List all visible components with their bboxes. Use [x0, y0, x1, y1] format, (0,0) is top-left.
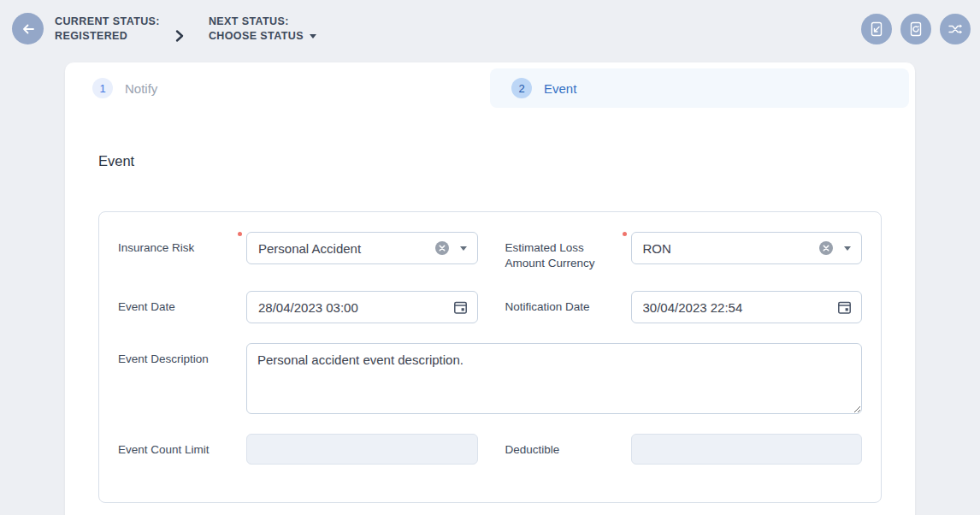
event-form: Insurance Risk Personal Accident Estimat…	[98, 211, 882, 503]
step-event-number: 2	[511, 78, 532, 98]
insurance-risk-select[interactable]: Personal Accident	[246, 232, 478, 264]
step-event-label: Event	[544, 81, 576, 96]
page-title: Event	[98, 153, 915, 169]
step-notify-label: Notify	[125, 81, 157, 96]
step-notify[interactable]: 1 Notify	[71, 68, 490, 108]
select-caret-icon	[460, 246, 467, 251]
estimated-loss-currency-label: Estimated Loss Amount Currency	[478, 232, 631, 271]
back-button[interactable]	[12, 13, 44, 44]
stepper: 1 Notify 2 Event	[65, 62, 915, 114]
notification-date-input[interactable]	[643, 300, 838, 315]
choose-status-dropdown[interactable]: CHOOSE STATUS	[209, 29, 316, 44]
shuffle-icon	[947, 21, 964, 38]
header-actions	[861, 13, 971, 44]
notification-date-label: Notification Date	[478, 291, 631, 315]
refresh-file-icon	[907, 21, 924, 38]
form-row: Event Description Personal accident even…	[118, 343, 862, 414]
event-date-field	[246, 291, 478, 323]
export-document-button[interactable]	[861, 14, 892, 44]
event-count-limit-input	[246, 434, 478, 465]
shuffle-button[interactable]	[940, 14, 971, 44]
event-description-textarea[interactable]: Personal accident event description.	[246, 343, 862, 414]
current-status-label: CURRENT STATUS:	[55, 15, 160, 29]
clear-icon	[434, 240, 450, 256]
step-notify-number: 1	[92, 78, 113, 98]
event-count-limit-label: Event Count Limit	[118, 434, 246, 458]
required-dot	[623, 232, 627, 236]
estimated-loss-currency-select[interactable]: RON	[631, 232, 863, 264]
content-card: 1 Notify 2 Event Event Insurance Risk Pe…	[65, 62, 915, 515]
deductible-label: Deductible	[478, 434, 631, 458]
header: CURRENT STATUS: REGISTERED NEXT STATUS: …	[0, 0, 980, 58]
event-description-label: Event Description	[118, 343, 246, 367]
required-dot	[238, 232, 242, 236]
refresh-document-button[interactable]	[900, 14, 931, 44]
next-status-value: CHOOSE STATUS	[209, 29, 304, 44]
back-arrow-icon	[20, 21, 37, 38]
export-file-icon	[868, 21, 885, 38]
form-row: Insurance Risk Personal Accident Estimat…	[118, 232, 862, 271]
chevron-right-icon	[174, 26, 186, 46]
calendar-icon	[837, 300, 852, 315]
current-status-value: REGISTERED	[55, 29, 160, 44]
notification-date-field	[631, 291, 863, 323]
current-status: CURRENT STATUS: REGISTERED	[55, 13, 160, 44]
insurance-risk-value: Personal Accident	[258, 241, 434, 256]
insurance-risk-label: Insurance Risk	[118, 232, 246, 256]
event-date-input[interactable]	[258, 300, 453, 315]
deductible-input	[631, 434, 863, 465]
insurance-risk-clear-button[interactable]	[434, 240, 450, 256]
event-date-calendar-button[interactable]	[453, 300, 468, 315]
clear-icon	[818, 240, 834, 256]
next-status: NEXT STATUS: CHOOSE STATUS	[209, 13, 316, 44]
next-status-label: NEXT STATUS:	[209, 15, 316, 29]
event-date-label: Event Date	[118, 291, 246, 315]
select-caret-icon	[844, 246, 851, 251]
form-row: Event Date Notification Date	[118, 291, 862, 323]
calendar-icon	[453, 300, 468, 315]
caret-down-icon	[310, 34, 316, 38]
estimated-loss-currency-clear-button[interactable]	[818, 240, 834, 256]
form-row: Event Count Limit Deductible	[118, 434, 862, 465]
estimated-loss-currency-value: RON	[643, 241, 819, 256]
step-event[interactable]: 2 Event	[490, 68, 909, 108]
notification-date-calendar-button[interactable]	[837, 300, 852, 315]
